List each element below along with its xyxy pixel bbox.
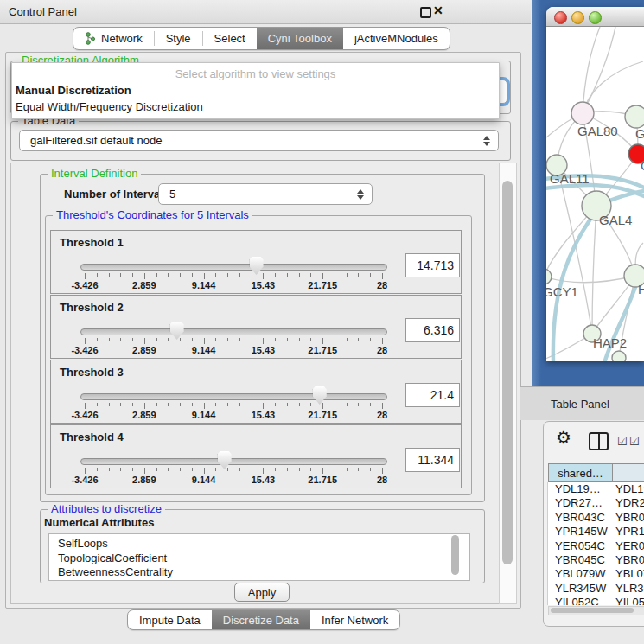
slider-tick [168,468,169,471]
network-node-gcy1-node[interactable] [546,269,552,284]
slider-axis-label: 21.715 [308,345,337,355]
slider-tick [85,403,86,409]
slider-axis-label: 2.859 [132,280,156,290]
threshold-2-slider-thumb[interactable] [170,322,184,340]
slider-tick [358,468,359,471]
split-columns-icon[interactable] [589,432,609,450]
slider-tick [263,468,264,474]
table-row[interactable]: YBR045CYBR045C [548,553,644,567]
tab-network[interactable]: Network [73,28,154,49]
slider-tick [97,338,98,341]
slider-tick [132,403,133,406]
slider-tick [156,468,157,471]
threshold-3-value-field[interactable]: 21.4 [405,383,460,407]
tab-impute-data[interactable]: Impute Data [128,610,212,629]
slider-tick [335,468,335,471]
number-of-intervals-combobox[interactable]: 5 [158,183,373,205]
dropdown-option-manual-discretization[interactable]: Manual Discretization [16,84,131,97]
table-data-combobox[interactable]: galFiltered.sif default node [19,130,499,151]
slider-tick [132,273,133,277]
slider-tick [299,403,300,406]
attribute-item[interactable]: BetweennessCentrality [58,565,469,580]
table-row[interactable]: YBL079WYBL079W [548,567,644,581]
tab-jactivemnodules[interactable]: jActiveMNodules [343,28,450,49]
slider-tick [215,403,216,406]
zoom-button[interactable] [589,11,602,24]
threshold-3-box: Threshold 3 -3.4262.8599.14415.4321.7152… [50,360,462,424]
tab-style[interactable]: Style [155,28,202,49]
table-row[interactable]: YER054CYER054C [548,539,644,553]
slider-tick [370,468,371,471]
table-row[interactable]: YLR345WYLR345W [548,582,644,596]
table-row[interactable]: YPR145WYPR145W [548,525,644,539]
threshold-3-slider-track[interactable] [80,393,387,400]
column-header-shared-name[interactable]: shared… [548,463,613,482]
network-canvas[interactable]: GAL80GACGAL11GAL4GCY1HHAP2 [546,27,644,361]
numerical-attributes-list[interactable]: SelfLoopsTopologicalCoefficientBetweenne… [48,533,470,581]
threshold-4-slider-thumb[interactable] [218,451,232,469]
slider-tick [263,338,264,344]
app-root: Control Panel ✕ Network Style Select [0,0,644,644]
threshold-1-slider-track[interactable] [80,264,387,271]
tab-select[interactable]: Select [203,28,257,49]
float-window-icon[interactable] [420,7,431,18]
table-row[interactable]: YIL052CYIL052C [548,596,644,605]
slider-tick [287,468,288,471]
tab-label: Discretize Data [223,614,299,627]
table-row[interactable]: YDR27…YDR27… [548,496,644,510]
attribute-item[interactable]: SelfLoops [58,537,469,552]
network-icon [85,32,96,45]
slider-tick [358,403,359,406]
slider-axis-label: 15.43 [252,410,276,420]
slider-tick [156,338,157,341]
network-node-label: GAL11 [550,171,590,186]
network-node-node-top-right[interactable] [625,105,644,128]
network-node-node-bottom[interactable] [612,351,626,361]
checkbox-checked-icon[interactable]: ☑ [617,436,628,447]
settings-gear-icon[interactable]: ⚙ [556,429,571,446]
slider-tick [144,403,145,409]
apply-button[interactable]: Apply [234,583,290,602]
horizontal-scrollbar[interactable] [548,606,644,615]
threshold-1-slider-thumb[interactable] [250,257,264,275]
slider-axis-label: 9.144 [192,280,216,290]
slider-tick [215,468,216,471]
slider-tick [310,273,311,277]
threshold-4-slider-track[interactable] [80,458,387,465]
slider-axis-label: 15.43 [252,475,276,485]
slider-axis-label: -3.426 [71,410,98,420]
attributes-list-scrollbar[interactable] [451,535,459,575]
tab-cyni-toolbox[interactable]: Cyni Toolbox [257,28,343,49]
slider-tick [192,338,193,341]
threshold-label: Threshold 1 [60,236,124,249]
node-table-body: YDL19…YDL19…YDR27…YDR27…YBR043CYBR043CYP… [547,482,644,605]
close-button[interactable] [554,11,567,24]
slider-axis-labels: -3.4262.8599.14415.4321.71528 [51,345,461,355]
close-icon[interactable]: ✕ [433,3,443,17]
threshold-4-value-field[interactable]: 11.344 [405,448,460,472]
group-title: Attributes to discretize [48,503,165,515]
table-row[interactable]: YDL19…YDL19… [548,482,644,496]
table-panel-title: Table Panel [551,398,609,411]
threshold-3-slider-thumb[interactable] [313,386,327,405]
attribute-item[interactable]: TopologicalCoefficient [58,552,469,566]
threshold-2-slider-track[interactable] [80,328,387,335]
table-row[interactable]: YBR043CYBR043C [548,511,644,525]
tab-discretize-data[interactable]: Discretize Data [212,610,310,629]
slider-axis-label: -3.426 [71,280,98,290]
dropdown-option-equal-width-frequency[interactable]: Equal Width/Frequency Discretization [16,100,203,113]
tab-infer-network[interactable]: Infer Network [310,610,399,629]
scrollbar-thumb[interactable] [502,181,513,564]
threshold-1-value-field[interactable]: 14.713 [405,253,460,277]
network-window[interactable]: GAL80GACGAL11GAL4GCY1HHAP2 [546,7,644,361]
checkbox-checked-icon[interactable]: ☑ [629,436,640,447]
threshold-2-value-field[interactable]: 6.316 [405,318,460,342]
network-node-gal80-neighbor-pink[interactable] [571,102,594,124]
column-header-name[interactable]: n [612,463,644,482]
scrollbar-thumb[interactable] [551,608,634,613]
vertical-scrollbar[interactable] [499,163,517,604]
cell-shared-name: YBR045C [555,553,605,567]
minimize-button[interactable] [571,11,584,24]
slider-tick [97,468,98,471]
slider-tick [85,468,86,474]
